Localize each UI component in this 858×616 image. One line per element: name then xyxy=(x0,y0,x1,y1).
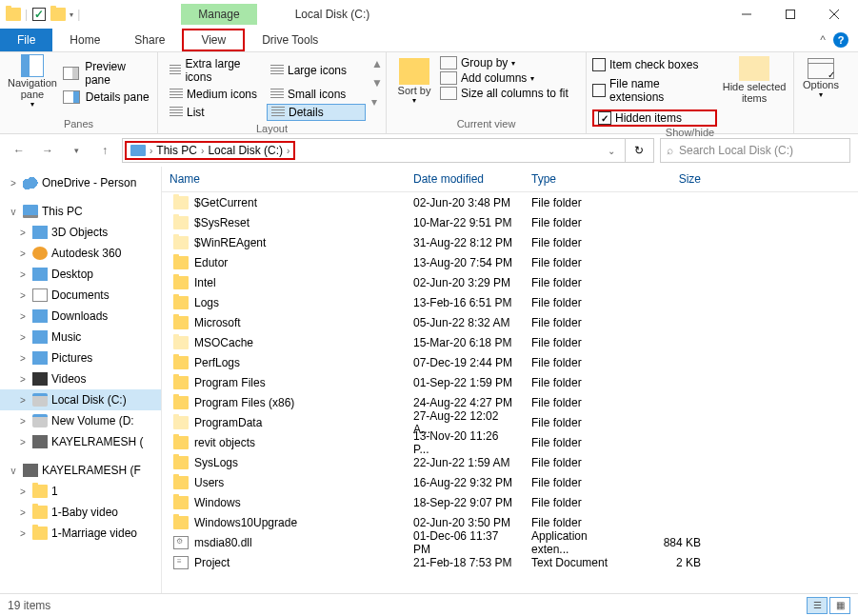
add-columns-button[interactable]: Add columns▾ xyxy=(440,71,569,85)
scroll-up-icon[interactable]: ▲ xyxy=(371,57,383,70)
checkbox-icon[interactable]: ✓ xyxy=(31,7,47,22)
hide-selected-button[interactable]: Hide selected items xyxy=(721,54,788,104)
menu-home[interactable]: Home xyxy=(52,29,117,51)
column-size[interactable]: Size xyxy=(632,170,708,188)
address-bar[interactable]: › This PC › Local Disk (C:) › ⌄ ↻ xyxy=(122,138,654,163)
chevron-right-icon[interactable]: › xyxy=(150,146,152,156)
file-extensions-toggle[interactable]: File name extensions xyxy=(592,77,717,104)
tree-item[interactable]: >KAYELRAMESH ( xyxy=(0,431,161,452)
column-type[interactable]: Type xyxy=(524,170,632,188)
file-row[interactable]: Microsoft05-Jun-22 8:32 AMFile folder xyxy=(162,312,858,332)
tree-item[interactable]: vKAYELRAMESH (F xyxy=(0,460,161,481)
hidden-items-toggle[interactable]: ✓Hidden items xyxy=(592,109,717,127)
layout-medium[interactable]: Medium icons xyxy=(166,87,265,102)
options-button[interactable]: ✓ Options ▾ xyxy=(800,54,842,99)
expand-icon[interactable]: > xyxy=(17,487,29,497)
size-columns-button[interactable]: Size all columns to fit xyxy=(440,87,569,100)
context-tab[interactable]: Manage xyxy=(181,4,256,25)
sort-by-button[interactable]: Sort by ▾ xyxy=(392,54,436,105)
tree-item[interactable]: >New Volume (D: xyxy=(0,410,161,431)
qat-dropdown-icon[interactable]: ▾ xyxy=(70,10,73,19)
file-row[interactable]: revit objects13-Nov-20 11:26 P...File fo… xyxy=(162,432,858,452)
tree-item[interactable]: >Pictures xyxy=(0,348,161,368)
minimize-button[interactable] xyxy=(725,0,768,29)
expand-icon[interactable]: v xyxy=(8,466,19,476)
tree-item[interactable]: >Videos xyxy=(0,368,161,389)
preview-pane-button[interactable]: Preview pane xyxy=(63,60,151,87)
expand-icon[interactable]: > xyxy=(17,228,29,238)
layout-extra-large[interactable]: Extra large icons xyxy=(166,56,265,85)
file-row[interactable]: Project21-Feb-18 7:53 PMText Document2 K… xyxy=(162,552,858,572)
expand-icon[interactable]: > xyxy=(17,374,29,385)
file-row[interactable]: $GetCurrent02-Jun-20 3:48 PMFile folder xyxy=(162,192,858,212)
tree-item[interactable]: >1-Baby video xyxy=(0,502,161,523)
recent-dropdown[interactable]: ▾ xyxy=(65,139,88,162)
back-button[interactable]: ← xyxy=(8,139,30,162)
file-row[interactable]: Windows18-Sep-22 9:07 PMFile folder xyxy=(162,492,858,512)
expand-icon[interactable]: > xyxy=(17,507,29,518)
breadcrumb-location[interactable]: Local Disk (C:) xyxy=(208,144,283,157)
tree-item[interactable]: >Desktop xyxy=(0,264,161,285)
up-button[interactable]: ↑ xyxy=(93,139,116,162)
expand-icon[interactable]: > xyxy=(17,353,29,364)
expand-icon[interactable]: > xyxy=(17,395,29,406)
navigation-pane-button[interactable]: Navigation pane ▾ xyxy=(6,54,59,109)
tree-item[interactable]: >3D Objects xyxy=(0,222,161,243)
menu-view[interactable]: View xyxy=(182,29,245,51)
tree-item[interactable]: >Music xyxy=(0,327,161,348)
details-pane-button[interactable]: Details pane xyxy=(63,90,151,104)
details-view-button[interactable]: ☰ xyxy=(807,597,828,614)
expand-icon[interactable]: v xyxy=(8,207,19,217)
search-input[interactable]: ⌕ Search Local Disk (C:) xyxy=(660,138,850,163)
column-name[interactable]: Name xyxy=(162,170,406,188)
column-date[interactable]: Date modified xyxy=(406,170,524,188)
item-check-boxes-toggle[interactable]: Item check boxes xyxy=(592,58,717,71)
expand-icon[interactable]: > xyxy=(17,332,29,343)
tree-item[interactable]: >Local Disk (C:) xyxy=(0,389,161,410)
tree-item[interactable]: >1 xyxy=(0,481,161,502)
tree-item[interactable]: >Downloads xyxy=(0,306,161,327)
file-row[interactable]: PerfLogs07-Dec-19 2:44 PMFile folder xyxy=(162,352,858,372)
file-row[interactable]: msdia80.dll01-Dec-06 11:37 PMApplication… xyxy=(162,532,858,552)
help-icon[interactable]: ? xyxy=(833,32,848,48)
sidebar[interactable]: >OneDrive - PersonvThis PC>3D Objects>Au… xyxy=(0,167,162,593)
file-row[interactable]: $WinREAgent31-Aug-22 8:12 PMFile folder xyxy=(162,232,858,252)
layout-small[interactable]: Small icons xyxy=(267,87,366,102)
expand-icon[interactable]: > xyxy=(17,528,29,539)
layout-details[interactable]: Details xyxy=(267,104,366,121)
expand-icon[interactable]: > xyxy=(17,269,29,280)
expand-icon[interactable]: > xyxy=(17,311,29,322)
menu-file[interactable]: File xyxy=(0,29,52,51)
file-row[interactable]: Intel02-Jun-20 3:29 PMFile folder xyxy=(162,272,858,292)
collapse-ribbon-icon[interactable]: ^ xyxy=(820,33,826,47)
scroll-down-icon[interactable]: ▼ xyxy=(371,76,383,89)
chevron-right-icon[interactable]: › xyxy=(201,146,204,156)
tree-item[interactable]: >1-Marriage video xyxy=(0,523,161,544)
group-by-button[interactable]: Group by▾ xyxy=(440,56,569,70)
menu-share[interactable]: Share xyxy=(117,29,182,51)
close-button[interactable] xyxy=(812,0,856,29)
expand-icon[interactable]: ▾ xyxy=(371,95,383,109)
file-row[interactable]: MSOCache15-Mar-20 6:18 PMFile folder xyxy=(162,332,858,352)
expand-icon[interactable]: > xyxy=(8,178,19,189)
expand-icon[interactable]: > xyxy=(17,416,29,427)
chevron-right-icon[interactable]: › xyxy=(287,146,289,156)
tree-item[interactable]: >OneDrive - Person xyxy=(0,172,161,193)
expand-icon[interactable]: > xyxy=(17,290,29,301)
thumbnails-view-button[interactable]: ▦ xyxy=(829,597,850,614)
file-row[interactable]: SysLogs22-Jun-22 1:59 AMFile folder xyxy=(162,452,858,472)
layout-list[interactable]: List xyxy=(166,104,265,121)
file-row[interactable]: $SysReset10-Mar-22 9:51 PMFile folder xyxy=(162,212,858,232)
refresh-button[interactable]: ↻ xyxy=(625,139,651,162)
file-row[interactable]: Program Files01-Sep-22 1:59 PMFile folde… xyxy=(162,372,858,392)
expand-icon[interactable]: > xyxy=(17,437,29,447)
menu-drive-tools[interactable]: Drive Tools xyxy=(245,29,335,51)
forward-button[interactable]: → xyxy=(36,139,59,162)
file-row[interactable]: Edutor13-Aug-20 7:54 PMFile folder xyxy=(162,252,858,272)
expand-icon[interactable]: > xyxy=(17,248,29,259)
breadcrumb-this-pc[interactable]: This PC xyxy=(156,144,197,157)
tree-item[interactable]: >Autodesk 360 xyxy=(0,243,161,264)
tree-item[interactable]: vThis PC xyxy=(0,201,161,222)
file-row[interactable]: Logs13-Feb-16 6:51 PMFile folder xyxy=(162,292,858,312)
maximize-button[interactable] xyxy=(768,0,812,29)
